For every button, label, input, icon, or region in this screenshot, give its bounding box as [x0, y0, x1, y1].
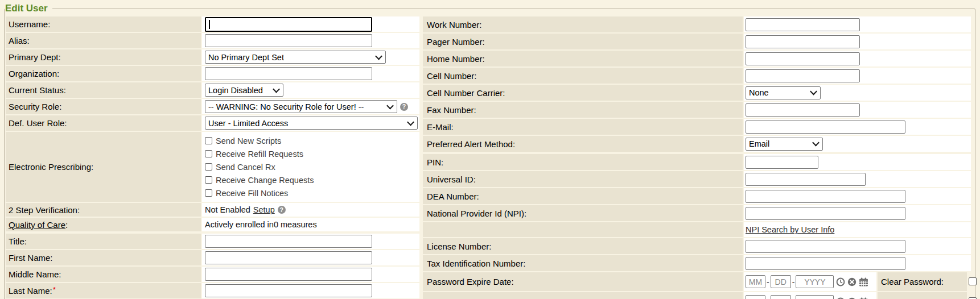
- calendar-icon[interactable]: [859, 297, 868, 299]
- next-expire-date-day-input[interactable]: [771, 295, 791, 299]
- national-provider-id-input[interactable]: [746, 207, 905, 220]
- username-input[interactable]: [205, 17, 372, 32]
- primary-dept-row: Primary Dept:No Primary Dept Set: [6, 49, 419, 65]
- e-mail-input[interactable]: [746, 121, 905, 134]
- universal-id-label-cell: Universal ID:: [423, 171, 743, 187]
- clear-circle-icon[interactable]: [847, 297, 857, 299]
- chevron-down-icon: [810, 88, 817, 95]
- security-role-select[interactable]: -- WARNING: No Security Role for User! -…: [205, 100, 397, 113]
- checkbox[interactable]: [205, 176, 212, 184]
- e-mail-label: E-Mail:: [427, 122, 454, 132]
- primary-dept-select[interactable]: No Primary Dept Set: [205, 51, 386, 64]
- pager-number-input[interactable]: [746, 35, 860, 48]
- next-expire-date-year-input[interactable]: [796, 295, 834, 299]
- quality-of-care-label-suffix: :: [65, 220, 68, 230]
- work-number-input[interactable]: [746, 18, 860, 31]
- electronic-prescribing-option[interactable]: Send Cancel Rx: [205, 160, 314, 173]
- date-separator: -: [792, 297, 795, 299]
- first-name-input[interactable]: [205, 251, 372, 264]
- license-number-row: License Number:: [423, 238, 977, 254]
- cell-number-carrier-select[interactable]: None: [746, 86, 821, 99]
- primary-dept-label: Primary Dept:: [9, 52, 61, 62]
- npi-search-link[interactable]: NPI Search by User Info: [746, 225, 834, 234]
- electronic-prescribing-option[interactable]: Send New Scripts: [205, 134, 314, 147]
- electronic-prescribing-option[interactable]: Receive Change Requests: [205, 173, 314, 186]
- e-mail-field-cell: [744, 119, 971, 135]
- title-row: Title:: [6, 234, 419, 249]
- electronic-prescribing-option[interactable]: Receive Refill Requests: [205, 147, 314, 160]
- checkbox-label: Send New Scripts: [216, 136, 281, 146]
- universal-id-field-cell: [744, 171, 971, 187]
- quality-of-care-row: Quality of Care:Actively enrolled in0 me…: [6, 218, 419, 231]
- password-expire-date-year-input[interactable]: YYYY: [796, 275, 834, 288]
- preferred-alert-method-select[interactable]: Email: [746, 138, 823, 151]
- right-column: Work Number:Pager Number:Home Number:Cel…: [423, 16, 977, 299]
- last-name-input[interactable]: [205, 284, 372, 297]
- cell-number-carrier-selected-value: None: [749, 88, 769, 97]
- organization-input[interactable]: [205, 67, 372, 80]
- def-user-role-selected-value: User - Limited Access: [208, 119, 288, 128]
- required-marker: *: [53, 285, 56, 294]
- current-status-select[interactable]: Login Disabled: [205, 84, 283, 97]
- cell-number-label: Cell Number:: [427, 71, 477, 81]
- calendar-icon[interactable]: [859, 277, 868, 286]
- clear-password-checkbox[interactable]: [969, 277, 977, 285]
- cell-number-input[interactable]: [746, 69, 860, 82]
- password-expire-date-month-input[interactable]: MM: [746, 275, 765, 288]
- first-name-row: First Name:: [6, 250, 419, 265]
- work-number-label: Work Number:: [427, 20, 481, 30]
- first-name-field-cell: [202, 250, 419, 265]
- electronic-prescribing-options: Send New ScriptsReceive Refill RequestsS…: [205, 132, 314, 202]
- fax-number-label-cell: Fax Number:: [423, 102, 743, 118]
- title-label: Title:: [9, 236, 27, 246]
- primary-dept-selected-value: No Primary Dept Set: [208, 53, 284, 62]
- def-user-role-select[interactable]: User - Limited Access: [205, 117, 418, 130]
- checkbox[interactable]: [205, 189, 212, 197]
- checkbox[interactable]: [205, 163, 212, 171]
- home-number-input[interactable]: [746, 52, 860, 65]
- electronic-prescribing-field-cell: Send New ScriptsReceive Refill RequestsS…: [202, 132, 419, 202]
- checkbox[interactable]: [205, 137, 212, 144]
- help-icon[interactable]: ?: [278, 206, 286, 214]
- middle-name-input[interactable]: [205, 268, 372, 281]
- alias-input[interactable]: [205, 34, 372, 47]
- left-section-2: Title:First Name:Middle Name:Last Name:*: [6, 234, 419, 298]
- two-step-verification-setup-link[interactable]: Setup: [253, 205, 275, 214]
- universal-id-input[interactable]: [746, 173, 866, 186]
- national-provider-id-label-cell: National Provider Id (NPI):: [423, 205, 743, 221]
- pager-number-label-cell: Pager Number:: [423, 34, 743, 49]
- title-input[interactable]: [205, 235, 372, 248]
- home-number-field-cell: [744, 51, 971, 67]
- current-status-row: Current Status:Login Disabled: [6, 82, 419, 98]
- current-status-selected-value: Login Disabled: [208, 86, 263, 95]
- middle-name-field-cell: [202, 267, 419, 282]
- next-expire-date-date-field: --: [744, 292, 876, 299]
- next-expire-date-month-input[interactable]: [746, 295, 765, 299]
- first-name-label: First Name:: [9, 253, 53, 263]
- checkbox[interactable]: [205, 150, 212, 157]
- password-expire-date-day-input[interactable]: DD: [771, 275, 791, 288]
- license-number-input[interactable]: [746, 240, 905, 253]
- fax-number-input[interactable]: [746, 103, 860, 117]
- clock-icon[interactable]: [836, 277, 845, 286]
- tax-identification-number-input[interactable]: [746, 257, 905, 270]
- dea-number-label-cell: DEA Number:: [423, 188, 743, 204]
- chevron-down-icon: [812, 139, 820, 147]
- primary-dept-field-cell: No Primary Dept Set: [202, 49, 419, 65]
- quality-of-care-label[interactable]: Quality of Care: [9, 220, 65, 230]
- dea-number-input[interactable]: [746, 190, 905, 203]
- cell-number-label-cell: Cell Number:: [423, 68, 743, 84]
- pin-label: PIN:: [427, 157, 443, 167]
- clock-icon[interactable]: [836, 297, 845, 299]
- tax-identification-number-row: Tax Identification Number:: [423, 255, 977, 271]
- username-label-cell: Username:: [6, 16, 201, 32]
- page-title: Edit User: [5, 3, 52, 14]
- electronic-prescribing-row: Electronic Prescribing:Send New ScriptsR…: [6, 132, 419, 202]
- password-expire-date-label-cell: Password Expire Date:: [423, 272, 743, 291]
- pin-field-cell: [744, 154, 971, 170]
- clear-circle-icon[interactable]: [847, 277, 857, 286]
- pin-input[interactable]: [746, 156, 818, 169]
- electronic-prescribing-option[interactable]: Receive Fill Notices: [205, 186, 314, 200]
- help-icon[interactable]: ?: [400, 103, 408, 111]
- e-mail-row: E-Mail:: [423, 119, 977, 135]
